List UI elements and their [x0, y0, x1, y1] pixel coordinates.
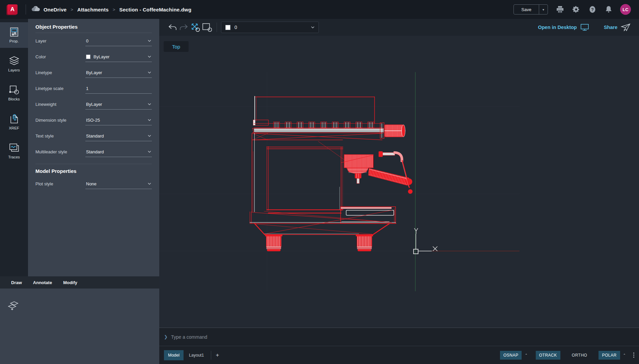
sidebar-item-label: Blocks: [8, 97, 20, 101]
command-bar[interactable]: ❯ Type a command: [159, 328, 639, 346]
tab-layout1[interactable]: Layout1: [185, 350, 208, 360]
desktop-monitor-icon: [580, 24, 589, 31]
property-row-color: Color ByLayer: [35, 49, 152, 65]
save-button[interactable]: Save: [514, 5, 539, 14]
multileader-style-select[interactable]: Standard: [85, 147, 152, 157]
dimension-style-select[interactable]: ISO-25: [85, 115, 152, 125]
chevron-down-icon: [148, 119, 151, 121]
layers-icon: [9, 56, 19, 66]
property-label: Multileader style: [35, 149, 85, 154]
save-split-button: Save ▾: [513, 4, 548, 14]
chevron-down-icon: [311, 26, 314, 28]
add-layout-button[interactable]: +: [216, 352, 219, 359]
property-label: Linetype scale: [35, 86, 85, 91]
status-overflow-menu[interactable]: [633, 353, 634, 358]
top-bar: A OneDrive > Attachments > Section - Cof…: [0, 0, 639, 19]
property-row-plot-style: Plot style None: [35, 176, 152, 192]
breadcrumb-folder[interactable]: Attachments: [77, 7, 109, 12]
breadcrumb-drive[interactable]: OneDrive: [44, 7, 66, 12]
cad-viewport[interactable]: [159, 36, 639, 328]
print-icon[interactable]: [556, 5, 564, 13]
osnap-caret-icon[interactable]: ⌃: [525, 353, 527, 357]
drawing-toolbar: 0 Open in Desktop Share: [159, 19, 639, 36]
toolbar-divider: [217, 23, 217, 32]
property-value: 1: [86, 86, 88, 91]
coffee-machine-drawing[interactable]: [250, 96, 413, 251]
property-row-dimension-style: Dimension style ISO-25: [35, 112, 152, 128]
object-properties-header: Object Properties: [35, 19, 152, 30]
property-label: Text style: [35, 133, 85, 139]
tab-modify[interactable]: Modify: [63, 280, 77, 285]
bottom-tools-bar: Draw Annotate Modify: [0, 276, 159, 289]
settings-gear-icon[interactable]: [572, 5, 580, 13]
ucs-icon: [414, 228, 438, 254]
property-label: Lineweight: [35, 102, 85, 107]
tab-annotate[interactable]: Annotate: [33, 280, 52, 285]
command-input[interactable]: Type a command: [171, 334, 207, 340]
move-tool-icon[interactable]: [190, 22, 201, 33]
toggle-osnap[interactable]: OSNAP: [500, 351, 522, 360]
canvas-grid: [159, 72, 520, 291]
properties-panel: Object Properties Layer 0 Color ByLayer …: [28, 19, 159, 276]
chevron-down-icon: [148, 183, 151, 185]
sidebar-item-layers[interactable]: Layers: [0, 51, 28, 77]
sidebar-item-blocks[interactable]: Blocks: [0, 80, 28, 106]
property-value: ISO-25: [86, 118, 100, 123]
sidebar-item-xref[interactable]: XREF: [0, 109, 28, 135]
linetype-select[interactable]: ByLayer: [85, 68, 152, 78]
autocad-logo[interactable]: A: [7, 4, 18, 14]
notifications-bell-icon[interactable]: [605, 5, 613, 13]
property-row-linetype-scale: Linetype scale 1: [35, 81, 152, 96]
tab-model[interactable]: Model: [164, 350, 184, 360]
sidebar-item-label: Prop.: [9, 39, 19, 43]
sidebar-item-traces[interactable]: Traces: [0, 138, 28, 164]
redo-button[interactable]: [178, 22, 190, 33]
toggle-otrack[interactable]: OTRACK: [536, 351, 560, 360]
property-row-text-style: Text style Standard: [35, 128, 152, 144]
svg-text:?: ?: [591, 7, 594, 12]
plot-style-select[interactable]: None: [85, 179, 152, 189]
viewport-control-badge[interactable]: Top: [164, 41, 189, 52]
open-in-desktop-label: Open in Desktop: [538, 25, 577, 30]
chevron-down-icon: [148, 135, 151, 137]
model-properties-header: Model Properties: [35, 164, 152, 174]
current-layer-dropdown[interactable]: 0: [221, 22, 319, 33]
property-value: ByLayer: [86, 70, 102, 75]
property-row-linetype: Linetype ByLayer: [35, 65, 152, 81]
open-in-desktop-button[interactable]: Open in Desktop: [538, 24, 589, 31]
left-rail: Prop. Layers Blocks XREF Traces: [0, 19, 28, 276]
property-value: Standard: [86, 149, 104, 154]
chevron-down-icon: [148, 71, 151, 73]
onedrive-cloud-icon: [31, 6, 40, 13]
property-label: Layer: [35, 38, 85, 43]
undo-button[interactable]: [167, 22, 178, 33]
property-value: Standard: [86, 133, 104, 139]
property-row-layer: Layer 0: [35, 33, 152, 49]
user-avatar[interactable]: LC: [620, 4, 631, 15]
topbar-divider: [26, 4, 26, 14]
text-style-select[interactable]: Standard: [85, 131, 152, 141]
help-icon[interactable]: ?: [588, 5, 596, 13]
property-row-multileader-style: Multileader style Standard: [35, 144, 152, 160]
polar-caret-icon[interactable]: ⌃: [623, 353, 626, 357]
share-button[interactable]: Share: [604, 23, 631, 31]
lineweight-select[interactable]: ByLayer: [85, 99, 152, 110]
share-label: Share: [604, 25, 617, 30]
property-value: ByLayer: [93, 54, 110, 59]
layer-select[interactable]: 0: [85, 36, 152, 46]
xref-icon: [9, 114, 19, 124]
current-layer-name: 0: [234, 25, 237, 30]
command-prompt-icon: ❯: [164, 334, 168, 339]
property-label: Dimension style: [35, 118, 85, 123]
window-select-icon[interactable]: [201, 22, 213, 33]
tab-draw[interactable]: Draw: [11, 280, 22, 285]
toggle-ortho[interactable]: ORTHO: [568, 351, 591, 360]
color-select[interactable]: ByLayer: [85, 52, 152, 62]
trace-ghost-icon[interactable]: [7, 301, 19, 311]
linetype-scale-input[interactable]: 1: [85, 84, 152, 94]
toggle-polar[interactable]: POLAR: [599, 351, 620, 360]
sidebar-item-properties[interactable]: Prop.: [0, 22, 28, 48]
sidebar-item-label: Layers: [8, 68, 20, 72]
save-dropdown-arrow[interactable]: ▾: [539, 5, 548, 14]
drawing-canvas[interactable]: Top: [159, 36, 639, 328]
